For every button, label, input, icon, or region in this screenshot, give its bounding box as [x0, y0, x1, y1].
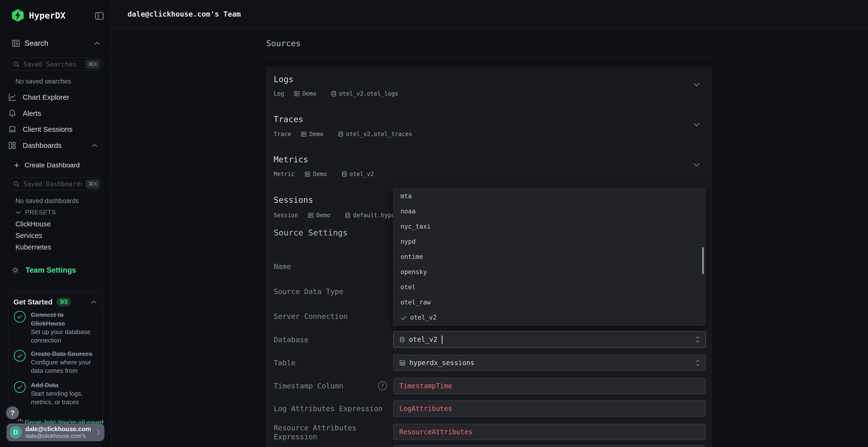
- row-divider: [267, 147, 712, 148]
- table-label: Table: [274, 358, 387, 367]
- get-started-title: Get Started: [13, 298, 53, 306]
- user-team: dale@clickhouse.com's: [25, 433, 93, 439]
- database-icon: [331, 91, 337, 97]
- sidebar-item-alerts[interactable]: Alerts: [7, 107, 103, 120]
- source-kind: Session: [274, 212, 298, 219]
- chevron-down-icon[interactable]: [693, 82, 700, 87]
- timestamp-help-icon[interactable]: ?: [378, 381, 387, 390]
- chevron-right-icon: [96, 429, 100, 436]
- saved-searches-field[interactable]: [23, 61, 82, 68]
- source-settings-title: Source Settings: [274, 228, 348, 238]
- source-data-type-label: Source Data Type: [274, 287, 387, 296]
- get-started-item-title: Add Data: [31, 381, 58, 389]
- saved-dashboards-input[interactable]: ⌘K: [7, 177, 103, 190]
- sidebar-item-dashboards[interactable]: Dashboards: [7, 139, 103, 152]
- server-connection-label: Server Connection: [274, 312, 387, 321]
- chevron-up-icon: [94, 41, 100, 45]
- database-icon: [345, 212, 350, 218]
- laptop-icon: [8, 125, 17, 134]
- chart-icon: [8, 93, 17, 102]
- dropdown-option[interactable]: noaa: [393, 204, 705, 219]
- saved-dashboards-field[interactable]: [23, 180, 82, 187]
- source-row-title: Traces: [274, 114, 303, 124]
- search-section-label: Search: [25, 39, 48, 48]
- get-started-item[interactable]: Add Data Start sending logs, metrics, or…: [13, 381, 99, 406]
- timestamp-column-input[interactable]: TimestampTime: [393, 378, 706, 394]
- dropdown-option[interactable]: otel: [393, 280, 705, 295]
- confetti-icon: [17, 419, 24, 423]
- team-settings-link[interactable]: Team Settings: [10, 265, 76, 275]
- dropdown-option[interactable]: nyc_taxi: [393, 219, 705, 234]
- sidebar-collapse-icon[interactable]: [94, 10, 105, 22]
- chevron-up-icon: [91, 300, 97, 304]
- preset-clickhouse[interactable]: ClickHouse: [16, 220, 51, 228]
- create-dashboard-button[interactable]: Create Dashboard: [13, 161, 80, 170]
- app-logo[interactable]: HyperDX: [11, 9, 66, 22]
- sidebar-section-search[interactable]: Search: [11, 38, 103, 49]
- hyperdx-logo-icon: [11, 9, 25, 22]
- sidebar-item-client-sessions[interactable]: Client Sessions: [7, 123, 103, 136]
- dropdown-option[interactable]: opensky: [393, 265, 705, 279]
- get-started-item[interactable]: Connect to ClickHouse Set up your databa…: [13, 310, 99, 345]
- database-icon: [341, 171, 347, 177]
- plus-icon: [13, 162, 20, 168]
- log-attributes-input[interactable]: LogAttributes: [393, 401, 706, 417]
- database-input[interactable]: otel_v2: [393, 332, 706, 347]
- dropdown-scrollbar[interactable]: [702, 247, 704, 274]
- timestamp-column-value: TimestampTime: [399, 382, 452, 390]
- next-input-partial[interactable]: [393, 445, 706, 447]
- dropdown-option[interactable]: mta: [393, 188, 705, 204]
- server-icon: [304, 171, 311, 177]
- select-arrows-icon[interactable]: [695, 336, 700, 344]
- dropdown-option[interactable]: otel_raw: [393, 295, 705, 310]
- table-icon: [399, 360, 406, 366]
- user-menu[interactable]: D dale@clickhouse.com dale@clickhouse.co…: [6, 423, 104, 441]
- server-icon: [308, 212, 314, 218]
- source-row-meta: Trace Demo otel_v2.otel_traces: [274, 130, 412, 138]
- chevron-down-icon[interactable]: [693, 163, 700, 167]
- database-label: Database: [274, 335, 387, 344]
- source-row-title: Logs: [274, 74, 293, 84]
- dropdown-option[interactable]: ontime: [393, 249, 705, 264]
- get-started-item-title: Connect to ClickHouse: [31, 311, 65, 327]
- preset-kubernetes[interactable]: Kubernetes: [16, 243, 51, 251]
- preset-services[interactable]: Services: [16, 232, 42, 240]
- chevron-down-icon[interactable]: [693, 122, 700, 127]
- source-target: otel_v2.otel_traces: [338, 131, 412, 138]
- database-icon: [338, 131, 344, 137]
- table-value: hyperdx_sessions: [409, 359, 474, 367]
- bell-icon: [8, 109, 17, 118]
- get-started-progress-badge: 3/3: [56, 298, 71, 306]
- title-divider: [266, 58, 713, 58]
- timestamp-column-label: Timestamp Column: [274, 381, 387, 390]
- avatar: D: [9, 426, 22, 439]
- user-name: dale@clickhouse.com: [25, 425, 93, 433]
- source-target: otel_v2: [341, 171, 374, 177]
- get-started-item[interactable]: Create Data Sources Configure where your…: [13, 349, 99, 375]
- chart-explorer-label: Chart Explorer: [23, 93, 69, 101]
- resource-attributes-label: Resource Attributes Expression: [274, 423, 387, 441]
- database-value: otel_v2: [409, 336, 437, 343]
- dropdown-option-selected[interactable]: otel_v2: [393, 310, 705, 325]
- no-saved-searches-text: No saved searches: [16, 78, 71, 85]
- help-button[interactable]: ?: [6, 406, 19, 419]
- source-kind: Metric: [274, 171, 294, 177]
- dropdown-option[interactable]: nypd: [393, 234, 705, 249]
- dashboards-label: Dashboards: [23, 141, 62, 149]
- check-icon: [401, 315, 407, 320]
- sidebar-item-chart-explorer[interactable]: Chart Explorer: [7, 91, 103, 104]
- table-input[interactable]: hyperdx_sessions: [393, 355, 706, 371]
- source-kind: Log: [274, 90, 284, 97]
- server-icon: [301, 131, 307, 137]
- sidebar-divider: [0, 54, 111, 54]
- select-arrows-icon[interactable]: [695, 359, 700, 367]
- get-started-item-desc: Start sending logs, metrics, or traces: [31, 389, 99, 406]
- chevron-down-icon: [16, 211, 21, 214]
- presets-toggle[interactable]: PRESETS: [16, 209, 56, 216]
- get-started-header[interactable]: Get Started 3/3: [13, 298, 98, 306]
- resource-attributes-input[interactable]: ResourceAttributes: [393, 424, 706, 440]
- saved-searches-input[interactable]: ⌘K: [7, 58, 103, 71]
- search-icon: [13, 180, 20, 187]
- source-row-title: Sessions: [274, 195, 313, 205]
- chevron-up-icon: [91, 143, 98, 147]
